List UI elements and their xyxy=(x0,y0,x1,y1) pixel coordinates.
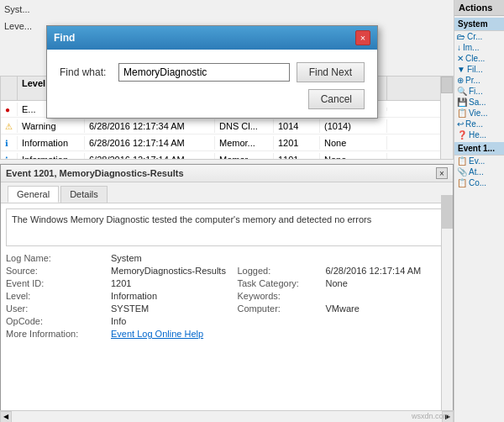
row-level: Warning xyxy=(18,119,85,133)
detail-content: The Windows Memory Diagnostic tested the… xyxy=(1,203,453,411)
table-row[interactable]: ℹ Information 6/28/2016 12:17:14 AM Memo… xyxy=(1,151,453,160)
action-filter-label: Fil... xyxy=(467,65,483,74)
tab-general[interactable]: General xyxy=(8,186,59,203)
action-copy-label: Co... xyxy=(469,178,486,187)
row-task: (1014) xyxy=(320,119,387,133)
empty6 xyxy=(326,329,449,339)
table-row[interactable]: ⚠ Warning 6/28/2016 12:17:34 AM DNS Cl..… xyxy=(1,118,453,135)
action-help[interactable]: ❓ He... xyxy=(454,129,504,140)
level-area: Leve... xyxy=(4,21,32,31)
row-date: 6/28/2016 12:17:34 AM xyxy=(85,119,215,133)
find-dialog-body: Find what: Find Next Cancel xyxy=(47,50,377,118)
find-dialog-close-button[interactable]: × xyxy=(355,30,370,45)
find-what-input[interactable] xyxy=(118,63,290,82)
event-id-label: Event ID: xyxy=(6,278,107,288)
action-attach-label: At... xyxy=(469,167,484,177)
error-icon: ● xyxy=(5,105,10,114)
view-icon: 📋 xyxy=(457,108,467,118)
detail-grid: Log Name: System Source: MemoryDiagnosti… xyxy=(6,253,448,339)
col-icon xyxy=(1,76,18,100)
more-info-link[interactable]: Event Log Online Help xyxy=(111,329,234,339)
empty3 xyxy=(238,316,322,326)
action-filter[interactable]: ▼ Fil... xyxy=(454,64,504,75)
row-source: Memor... xyxy=(215,153,274,161)
action-clear[interactable]: ✕ Cle... xyxy=(454,53,504,64)
action-clear-label: Cle... xyxy=(465,54,485,63)
user-value: SYSTEM xyxy=(111,303,234,314)
action-find[interactable]: 🔍 Fi... xyxy=(454,86,504,97)
level-label: Level: xyxy=(6,291,107,301)
row-icon: ● xyxy=(1,103,18,116)
detail-scrollbar[interactable] xyxy=(441,195,453,421)
row-level: Information xyxy=(18,136,85,150)
cancel-button[interactable]: Cancel xyxy=(308,89,365,109)
row-level: Information xyxy=(18,153,85,161)
computer-value: VMware xyxy=(326,303,449,314)
event-detail-close-button[interactable]: × xyxy=(436,167,448,179)
event-detail-titlebar: Event 1201, MemoryDiagnostics-Results × xyxy=(1,165,453,182)
source-value: MemoryDiagnostics-Results xyxy=(111,266,234,276)
empty1 xyxy=(238,253,322,263)
action-import[interactable]: ↓ Im... xyxy=(454,42,504,53)
help-icon: ❓ xyxy=(457,130,467,140)
logged-value: 6/28/2016 12:17:14 AM xyxy=(326,266,449,276)
tabs-row: General Details xyxy=(1,182,453,203)
tab-details[interactable]: Details xyxy=(60,186,108,203)
bottom-scrollbar[interactable]: ◀ ▶ xyxy=(0,410,454,422)
row-source: Memor... xyxy=(215,136,274,150)
action-create-label: Cr... xyxy=(467,32,482,41)
actions-panel: Actions System 🗁 Cr... ↓ Im... ✕ Cle... … xyxy=(454,0,504,422)
row-icon: ℹ xyxy=(1,136,18,150)
import-icon: ↓ xyxy=(457,43,461,52)
action-copy[interactable]: 📋 Co... xyxy=(454,177,504,188)
action-import-label: Im... xyxy=(463,43,479,52)
find-icon: 🔍 xyxy=(457,87,467,96)
find-row: Find what: Find Next xyxy=(60,62,365,82)
system-label: Syst... xyxy=(4,4,30,14)
actions-event-section: Event 1... xyxy=(454,142,504,156)
row-eventid: 1014 xyxy=(274,119,320,133)
find-dialog-title: Find xyxy=(54,32,75,44)
action-event-details[interactable]: 📋 Ev... xyxy=(454,156,504,166)
actions-header: Actions xyxy=(454,0,504,16)
action-properties-label: Pr... xyxy=(465,76,480,85)
task-label: Task Category: xyxy=(238,278,322,288)
action-save[interactable]: 💾 Sa... xyxy=(454,97,504,108)
event-description: The Windows Memory Diagnostic tested the… xyxy=(6,208,448,246)
level-text: Leve... xyxy=(4,21,32,31)
scrollbar-thumb[interactable] xyxy=(441,76,453,93)
action-attach[interactable]: 📎 At... xyxy=(454,166,504,177)
table-scrollbar[interactable] xyxy=(440,76,454,160)
action-create[interactable]: 🗁 Cr... xyxy=(454,31,504,42)
user-label: User: xyxy=(6,303,107,314)
event-detail-panel: Event 1201, MemoryDiagnostics-Results × … xyxy=(0,164,454,422)
actions-system-section: System xyxy=(454,18,504,31)
event-details-icon: 📋 xyxy=(457,156,467,166)
action-refresh[interactable]: ↩ Re... xyxy=(454,119,504,129)
info-icon: ℹ xyxy=(5,139,8,148)
row-eventid: 1101 xyxy=(274,153,320,161)
find-next-button[interactable]: Find Next xyxy=(297,62,365,82)
keywords-label: Keywords: xyxy=(238,291,322,301)
action-properties[interactable]: ⊕ Pr... xyxy=(454,75,504,86)
source-label: Source: xyxy=(6,266,107,276)
clear-icon: ✕ xyxy=(457,54,464,63)
row-source: DNS Cl... xyxy=(215,119,274,133)
action-help-label: He... xyxy=(469,130,486,140)
table-row[interactable]: ℹ Information 6/28/2016 12:17:14 AM Memo… xyxy=(1,135,453,151)
find-what-label: Find what: xyxy=(60,66,118,78)
event-id-value: 1201 xyxy=(111,278,234,288)
main-window: Syst... Leve... Level Date and Time Sour… xyxy=(0,0,504,422)
action-save-label: Sa... xyxy=(469,98,486,107)
action-view[interactable]: 📋 Vie... xyxy=(454,108,504,119)
detail-scrollbar-thumb[interactable] xyxy=(442,195,453,229)
find-dialog-titlebar: Find × xyxy=(47,26,377,50)
find-dialog: Find × Find what: Find Next Cancel xyxy=(46,25,378,119)
empty5 xyxy=(238,329,322,339)
scroll-left-button[interactable]: ◀ xyxy=(0,411,12,423)
row-icon: ⚠ xyxy=(1,119,18,133)
row-icon: ℹ xyxy=(1,153,18,161)
info-icon: ℹ xyxy=(5,156,8,161)
scroll-track[interactable] xyxy=(12,411,442,422)
refresh-icon: ↩ xyxy=(457,119,464,129)
